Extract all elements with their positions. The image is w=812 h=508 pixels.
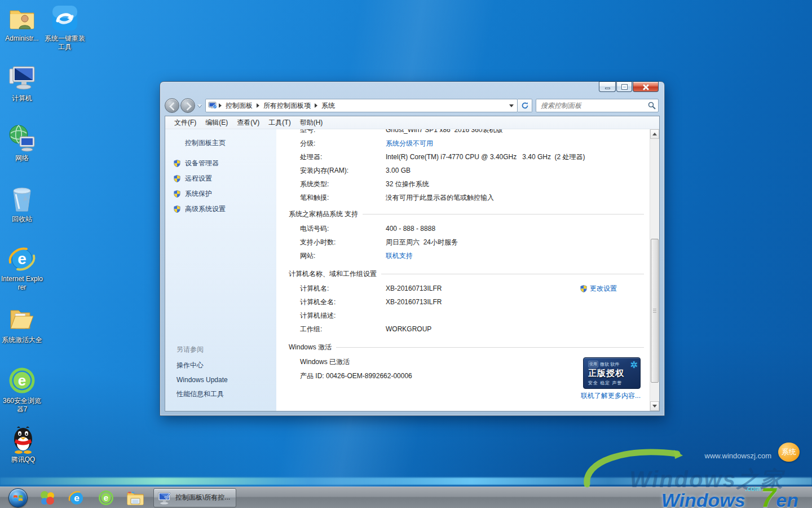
badge-line1: 微软 软件 xyxy=(600,361,619,367)
sidebar-item-action-center[interactable]: 操作中心 xyxy=(165,358,276,373)
svg-text:e: e xyxy=(17,250,27,268)
system-window: 控制面板 所有控制面板项 系统 文件(F) 编辑(E) 查看(V) 工具 xyxy=(160,81,665,416)
menu-tools[interactable]: 工具(T) xyxy=(264,117,295,129)
uac-shield-icon xyxy=(173,174,181,183)
breadcrumb-arrow-icon xyxy=(257,103,259,108)
spec-row-pen-touch: 笔和触摸: 没有可用于此显示器的笔或触控输入 xyxy=(276,191,650,204)
refresh-button[interactable] xyxy=(518,99,532,112)
start-button[interactable] xyxy=(3,488,33,508)
computer-row-workgroup: 工作组: WORKGROUP xyxy=(276,322,650,336)
360-browser-icon: e xyxy=(7,366,37,395)
desktop-icon-internet-explorer[interactable]: e Internet Explorer xyxy=(0,244,44,292)
computer-row-fullname: 计算机全名: XB-20160713ILFR xyxy=(276,295,650,309)
minimize-button[interactable] xyxy=(599,81,616,92)
recent-pages-dropdown-icon[interactable] xyxy=(197,104,202,107)
sidebar-item-system-protection[interactable]: 系统保护 xyxy=(165,186,276,202)
change-settings-link[interactable]: 更改设置 xyxy=(580,282,617,295)
uac-shield-icon xyxy=(173,159,181,168)
desktop-icon-label: 系统一键重装工具 xyxy=(43,34,87,51)
activation-zone: Windows 已激活 产品 ID: 00426-OEM-8992662-000… xyxy=(276,355,650,383)
support-value: 400 - 888 - 8888 xyxy=(386,222,650,235)
maximize-button[interactable] xyxy=(616,81,632,92)
desktop-icon-label: Internet Explorer xyxy=(0,275,44,292)
system-info-panel: 型号: Ghost_Win7 SP1 x86 2016 360装机版 分级: 系… xyxy=(276,129,650,411)
desktop-icon-recycle-bin[interactable]: 回收站 xyxy=(0,184,44,224)
close-button[interactable] xyxy=(633,81,659,92)
desktop-icon-tencent-qq[interactable]: 腾讯QQ xyxy=(1,424,45,464)
search-input[interactable] xyxy=(541,102,648,110)
computer-label: 计算机描述: xyxy=(300,309,386,322)
scroll-down-button[interactable] xyxy=(650,401,659,411)
genuine-microsoft-badge[interactable]: 使用 微软 软件 正版授权 安全 稳定 声誉 ✲ xyxy=(583,357,641,389)
sidebar-item-remote-settings[interactable]: 远程设置 xyxy=(165,171,276,186)
breadcrumb-all-items[interactable]: 所有控制面板项 xyxy=(261,99,313,112)
spec-label: 处理器: xyxy=(300,150,386,164)
desktop-icon-label: 回收站 xyxy=(12,215,32,224)
spec-label: 型号: xyxy=(300,129,386,137)
desktop-icon-activation-collection[interactable]: 系统激活大全 xyxy=(0,305,44,344)
desktop-icon-label: 360安全浏览器7 xyxy=(0,397,44,414)
computer-value: WORKGROUP xyxy=(386,322,650,336)
taskbar-active-window-button[interactable]: 控制面板\所有控... xyxy=(153,488,236,507)
uac-shield-icon xyxy=(173,205,181,213)
sidebar-item-windows-update[interactable]: Windows Update xyxy=(165,373,276,387)
badge-line2: 正版授权 xyxy=(588,368,637,379)
close-icon xyxy=(642,84,649,90)
forward-button[interactable] xyxy=(180,98,195,113)
window-titlebar[interactable] xyxy=(160,82,664,97)
breadcrumb-system[interactable]: 系统 xyxy=(319,99,337,112)
product-id-label: 产品 ID: xyxy=(300,372,324,380)
menu-view[interactable]: 查看(V) xyxy=(232,117,264,129)
maximize-icon xyxy=(622,85,627,89)
spec-value: Intel(R) Core(TM) i7-4770 CPU @ 3.40GHz … xyxy=(386,150,650,164)
qq-icon xyxy=(8,424,38,454)
scrollbar-track[interactable] xyxy=(650,139,659,401)
computer-row-description: 计算机描述: xyxy=(276,309,650,322)
reinstall-tool-icon xyxy=(50,3,80,33)
desktop-icon-network[interactable]: 网络 xyxy=(0,123,44,163)
search-icon[interactable] xyxy=(648,102,656,110)
spec-label: 系统类型: xyxy=(300,177,386,191)
menu-file[interactable]: 文件(F) xyxy=(170,117,201,129)
spec-label: 笔和触摸: xyxy=(300,191,386,204)
learn-more-online-link[interactable]: 联机了解更多内容... xyxy=(581,391,641,401)
menu-edit[interactable]: 编辑(E) xyxy=(201,117,232,129)
taskbar-item-360-suite[interactable] xyxy=(33,488,62,508)
desktop: Administr... 系统一键重装工具 计算机 网络 回收站 e Inter… xyxy=(0,0,812,508)
spec-row-processor: 处理器: Intel(R) Core(TM) i7-4770 CPU @ 3.4… xyxy=(276,150,650,164)
svg-text:e: e xyxy=(74,492,80,503)
sidebar-item-advanced-settings[interactable]: 高级系统设置 xyxy=(165,202,276,217)
scrollbar-thumb[interactable] xyxy=(651,239,659,383)
sidebar-item-device-manager[interactable]: 设备管理器 xyxy=(165,156,276,171)
breadcrumb-control-panel[interactable]: 控制面板 xyxy=(223,99,255,112)
search-box xyxy=(536,99,659,112)
desktop-icon-label: Administr... xyxy=(5,34,38,43)
taskbar-item-explorer[interactable] xyxy=(121,488,150,508)
address-bar[interactable]: 控制面板 所有控制面板项 系统 xyxy=(205,99,518,112)
spec-row-model: 型号: Ghost_Win7 SP1 x86 2016 360装机版 xyxy=(276,129,650,137)
360-browser-icon: e xyxy=(98,489,114,506)
svg-text:e: e xyxy=(18,372,26,389)
address-dropdown-button[interactable] xyxy=(507,99,516,112)
back-button[interactable] xyxy=(165,98,179,113)
sidebar-item-performance-tools[interactable]: 性能信息和工具 xyxy=(165,387,276,402)
vertical-scrollbar xyxy=(650,129,659,411)
menu-help[interactable]: 帮助(H) xyxy=(295,117,328,129)
internet-explorer-icon: e xyxy=(7,244,37,273)
online-support-link[interactable]: 联机支持 xyxy=(386,249,650,262)
computer-row-name: 计算机名: XB-20160713ILFR 更改设置 xyxy=(276,282,650,295)
desktop-icon-computer[interactable]: 计算机 xyxy=(0,63,44,103)
change-settings-label: 更改设置 xyxy=(590,282,617,295)
computer-value xyxy=(386,309,650,322)
desktop-icon-administrator[interactable]: Administr... xyxy=(0,3,44,43)
taskbar-item-360-browser[interactable]: e xyxy=(91,488,121,508)
desktop-icon-360-browser[interactable]: e 360安全浏览器7 xyxy=(0,366,44,414)
spec-value: 32 位操作系统 xyxy=(386,177,650,191)
rating-unavailable-link[interactable]: 系统分级不可用 xyxy=(386,137,650,150)
desktop-icon-reinstall-tool[interactable]: 系统一键重装工具 xyxy=(43,3,87,51)
sidebar-item-control-panel-home[interactable]: 控制面板主页 xyxy=(165,137,276,149)
section-divider xyxy=(381,274,644,274)
spec-row-system-type: 系统类型: 32 位操作系统 xyxy=(276,177,650,191)
taskbar-item-internet-explorer[interactable]: e xyxy=(62,488,91,508)
scroll-up-button[interactable] xyxy=(650,129,659,139)
